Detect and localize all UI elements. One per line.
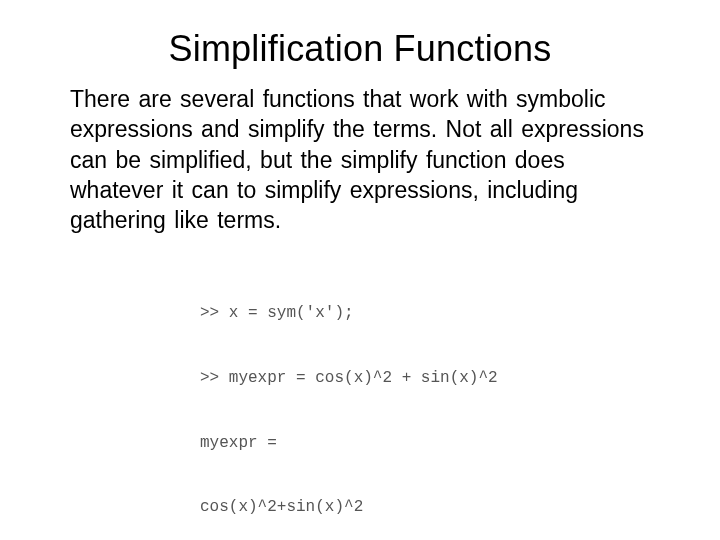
code-block: >> x = sym('x'); >> myexpr = cos(x)^2 + … [200,260,650,540]
slide: Simplification Functions There are sever… [0,0,720,540]
code-line: cos(x)^2+sin(x)^2 [200,497,650,519]
slide-body-text: There are several functions that work wi… [70,84,650,236]
code-line: >> myexpr = cos(x)^2 + sin(x)^2 [200,368,650,390]
code-line: myexpr = [200,433,650,455]
slide-title: Simplification Functions [70,28,650,70]
code-line: >> x = sym('x'); [200,303,650,325]
